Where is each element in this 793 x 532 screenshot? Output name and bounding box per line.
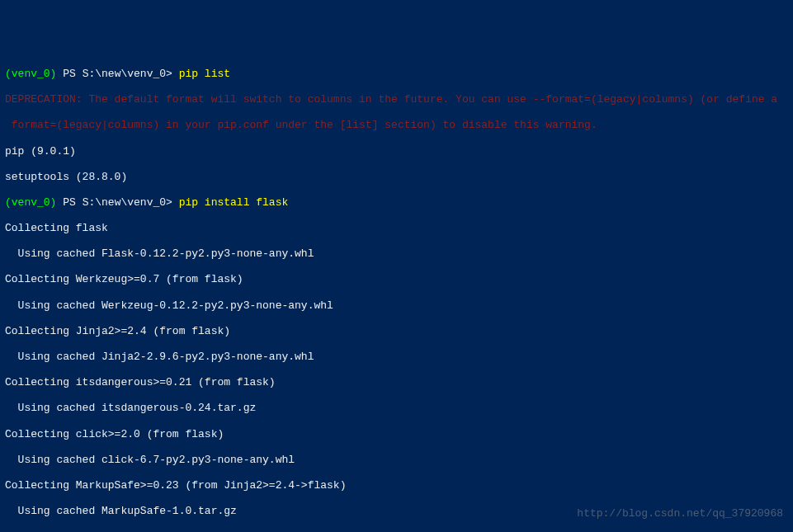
output-line: Collecting MarkupSafe>=0.23 (from Jinja2… — [5, 479, 788, 492]
output-line: pip (9.0.1) — [5, 145, 788, 158]
ps-path: PS S:\new\venv_0> — [56, 68, 178, 80]
output-line: Collecting Werkzeug>=0.7 (from flask) — [5, 273, 788, 286]
prompt-line: (venv_0) PS S:\new\venv_0> pip list — [5, 68, 788, 81]
output-line: Collecting Jinja2>=2.4 (from flask) — [5, 325, 788, 338]
command-text: pip install flask — [179, 196, 289, 209]
output-line: Using cached Werkzeug-0.12.2-py2.py3-non… — [5, 299, 788, 313]
venv-label: (venv_0) — [5, 68, 56, 80]
venv-label: (venv_0) — [5, 196, 56, 209]
output-line: Collecting flask — [5, 222, 788, 235]
output-line: Using cached click-6.7-py2.py3-none-any.… — [5, 454, 788, 467]
deprecation-warning: DEPRECATION: The default format will swi… — [5, 93, 788, 106]
command-text: pip list — [179, 68, 230, 80]
output-line: Using cached Flask-0.12.2-py2.py3-none-a… — [5, 247, 788, 261]
prompt-line: (venv_0) PS S:\new\venv_0> pip install f… — [5, 196, 788, 210]
watermark-text: http://blog.csdn.net/qq_37920968 — [577, 507, 783, 520]
output-line: Collecting itsdangerous>=0.21 (from flas… — [5, 376, 788, 389]
output-line: Using cached itsdangerous-0.24.tar.gz — [5, 402, 788, 415]
output-line: Using cached Jinja2-2.9.6-py2.py3-none-a… — [5, 351, 788, 364]
output-line: Collecting click>=2.0 (from flask) — [5, 428, 788, 441]
terminal-output[interactable]: (venv_0) PS S:\new\venv_0> pip list DEPR… — [5, 54, 788, 532]
deprecation-warning: format=(legacy|columns) in your pip.conf… — [5, 119, 788, 132]
output-line: setuptools (28.8.0) — [5, 171, 788, 184]
ps-path: PS S:\new\venv_0> — [56, 196, 178, 209]
